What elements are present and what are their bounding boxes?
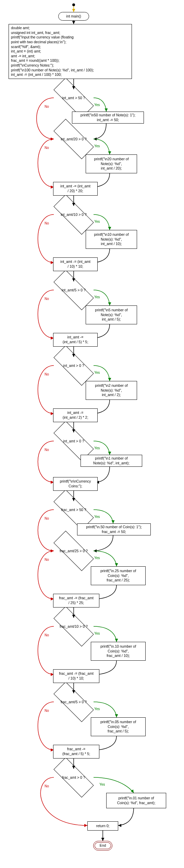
- update-frac5: frac_amt -= (frac_amt / 5) * 5;: [53, 745, 99, 759]
- decision-frac25-text: frac_amt/25 > 0 ?: [60, 549, 88, 553]
- decision-frac10-text: frac_amt/10 > 0 ?: [60, 624, 88, 628]
- label-no: No: [45, 105, 49, 108]
- decision-int1-text: int_amt > 0 ?: [63, 439, 84, 443]
- action-int5: printf("\n5 number of Note(s): %d", int_…: [86, 305, 137, 324]
- update-frac10: frac_amt -= (frac_amt / 10) * 10;: [53, 669, 99, 683]
- update-int10-text: int_amt -= (int_amt / 10) * 10;: [60, 259, 90, 269]
- label-yes: Yes: [94, 103, 100, 107]
- label-yes: Yes: [94, 295, 100, 299]
- update-int5-text: int_amt -= (int_amt / 5) * 5;: [63, 335, 88, 344]
- action-int50-text: printf("\n50 number of Note(s): 1"); int…: [81, 113, 135, 122]
- decision-frac25: frac_amt/25 > 0 ?: [54, 542, 94, 559]
- code-init-text: double amt; unsigned int int_amt, frac_a…: [11, 26, 94, 77]
- decision-int50: int_amt > 50 ?: [54, 89, 94, 106]
- action-int2-text: printf("\n2 number of Note(s): %d", int_…: [95, 383, 127, 397]
- code-init: double amt; unsigned int int_amt, frac_a…: [9, 24, 132, 79]
- decision-int2-text: int_amt > 0 ?: [63, 363, 84, 368]
- action-frac25: printf("\n.25 number of Coin(s): %d", fr…: [91, 566, 146, 585]
- decision-frac5: frac_amt/5 > 0 ?: [54, 693, 94, 710]
- action-int2: printf("\n2 number of Note(s): %d", int_…: [86, 381, 137, 400]
- action-frac1-text: printf("\n.01 number of Coin(s): %d", fr…: [117, 796, 156, 805]
- label-yes: Yes: [94, 707, 100, 711]
- label-yes: Yes: [94, 144, 100, 148]
- update-frac25: frac_amt -= (frac_amt / 25) * 25;: [53, 594, 99, 607]
- start-dot: [72, 3, 75, 6]
- label-yes: Yes: [94, 632, 100, 635]
- label-no: No: [45, 448, 49, 452]
- label-no: No: [45, 221, 49, 225]
- action-int1-text: printf("\n1 number of Note(s): %d", int_…: [93, 456, 130, 465]
- action-int50: printf("\n50 number of Note(s): 1"); int…: [72, 112, 144, 124]
- label-no: No: [45, 784, 49, 788]
- action-int20-text: printf("\n20 number of Note(s): %d", int…: [94, 157, 128, 171]
- label-no: No: [45, 372, 49, 376]
- label-yes: Yes: [94, 446, 100, 450]
- decision-int5-text: int_amt/5 > 0 ?: [62, 288, 86, 292]
- action-frac5: printf("\n.05 number of Coin(s): %d", fr…: [91, 717, 146, 736]
- return-zero-text: return 0;: [96, 824, 109, 829]
- action-int10: printf("\n10 number of Note(s): %d", int…: [86, 230, 137, 249]
- decision-frac50: frac_amt > 50 ?: [54, 501, 94, 518]
- label-yes: Yes: [94, 556, 100, 560]
- label-no: No: [45, 297, 49, 301]
- decision-frac1: frac_amt > 0 ?: [54, 769, 94, 786]
- action-int1: printf("\n1 number of Note(s): %d", int_…: [81, 455, 142, 467]
- decision-int10: int_amt/10 > 0 ?: [54, 206, 94, 223]
- update-int20: int_amt -= (int_amt / 20) * 20;: [53, 182, 98, 196]
- update-int20-text: int_amt -= (int_amt / 20) * 20;: [60, 184, 90, 193]
- decision-frac10: frac_amt/10 > 0 ?: [54, 618, 94, 635]
- action-frac5-text: printf("\n.05 number of Coin(s): %d", fr…: [100, 720, 136, 734]
- label-yes: Yes: [99, 783, 105, 786]
- terminal-main-text: int main(): [66, 14, 81, 19]
- label-no: No: [45, 709, 49, 713]
- action-coins-header-text: printf("\n\nCurrency Coins:");: [60, 479, 91, 488]
- flowchart: int main() double amt; unsigned int int_…: [3, 3, 181, 865]
- decision-frac50-text: frac_amt > 50 ?: [61, 508, 86, 512]
- decision-frac1-text: frac_amt > 0 ?: [62, 775, 85, 779]
- decision-frac5-text: frac_amt/5 > 0 ?: [61, 700, 87, 704]
- label-yes: Yes: [94, 515, 100, 519]
- action-int20: printf("\n20 number of Note(s): %d", int…: [86, 154, 137, 173]
- update-int10: int_amt -= (int_amt / 10) * 10;: [53, 257, 98, 271]
- terminal-end: End: [93, 841, 112, 850]
- decision-int2: int_amt > 0 ?: [54, 357, 94, 374]
- update-int2: int_amt -= (int_amt / 2) * 2;: [53, 408, 98, 422]
- action-frac50: printf("\n.50 number of Coin(s): 1"); fr…: [77, 523, 151, 535]
- label-no: No: [45, 558, 49, 562]
- action-frac10: printf("\n.10 number of Coin(s): %d", fr…: [91, 642, 146, 661]
- terminal-main: int main(): [58, 12, 89, 21]
- action-frac25-text: printf("\n.25 number of Coin(s): %d", fr…: [100, 569, 136, 583]
- label-yes: Yes: [94, 220, 100, 223]
- action-frac10-text: printf("\n.10 number of Coin(s): %d", fr…: [100, 644, 136, 658]
- decision-int5: int_amt/5 > 0 ?: [54, 281, 94, 299]
- label-no: No: [45, 633, 49, 637]
- action-int5-text: printf("\n5 number of Note(s): %d", int_…: [95, 308, 127, 322]
- label-no: No: [45, 146, 49, 150]
- update-frac10-text: frac_amt -= (frac_amt / 10) * 10;: [59, 671, 94, 681]
- update-frac5-text: frac_amt -= (frac_amt / 5) * 5;: [62, 747, 90, 756]
- return-zero: return 0;: [87, 821, 118, 831]
- action-int10-text: printf("\n10 number of Note(s): %d", int…: [94, 232, 128, 246]
- label-yes: Yes: [94, 371, 100, 374]
- decision-int10-text: int_amt/10 > 0 ?: [61, 212, 87, 217]
- action-frac1: printf("\n.01 number of Coin(s): %d", fr…: [106, 793, 166, 808]
- label-no: No: [45, 517, 49, 520]
- action-frac50-text: printf("\n.50 number of Coin(s): 1"); fr…: [86, 525, 142, 534]
- action-coins-header: printf("\n\nCurrency Coins:");: [53, 477, 98, 491]
- update-int2-text: int_amt -= (int_amt / 2) * 2;: [63, 410, 88, 420]
- decision-int1: int_amt > 0 ?: [54, 432, 94, 450]
- decision-int20: int_amt/20 > 0 ?: [54, 130, 94, 148]
- update-frac25-text: frac_amt -= (frac_amt / 25) * 25;: [59, 596, 94, 605]
- decision-int20-text: int_amt/20 > 0 ?: [61, 137, 87, 141]
- update-int5: int_amt -= (int_amt / 5) * 5;: [53, 333, 98, 347]
- decision-int50-text: int_amt > 50 ?: [62, 96, 85, 100]
- terminal-end-text: End: [100, 843, 106, 848]
